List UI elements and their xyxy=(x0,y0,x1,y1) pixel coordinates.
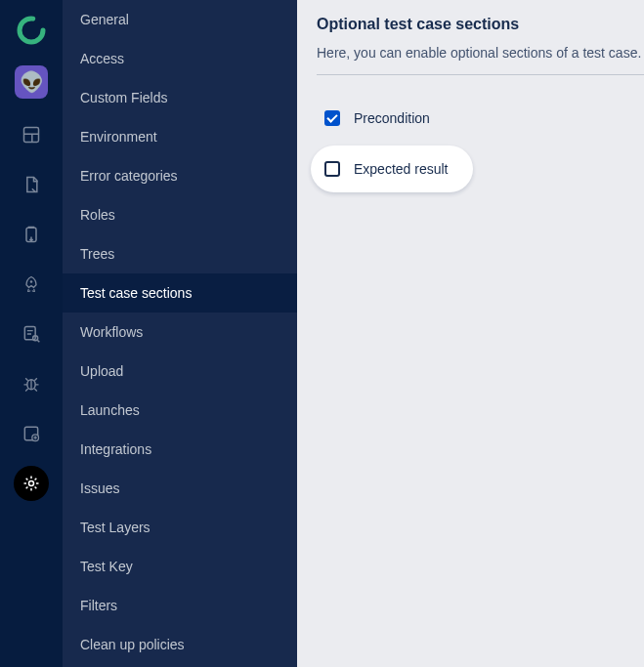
page-description: Here, you can enable optional sections o… xyxy=(317,45,644,61)
nav-launches[interactable]: Launches xyxy=(63,391,297,430)
option-label: Precondition xyxy=(354,110,430,126)
nav-test-case-sections[interactable]: Test case sections xyxy=(63,273,297,313)
nav-filters[interactable]: Filters xyxy=(63,586,297,625)
nav-trees[interactable]: Trees xyxy=(63,234,297,273)
nav-label: Environment xyxy=(80,129,157,145)
nav-workflows[interactable]: Workflows xyxy=(63,313,297,352)
nav-general[interactable]: General xyxy=(63,0,297,39)
settings-sidenav: General Access Custom Fields Environment… xyxy=(63,0,297,667)
nav-integrations[interactable]: Integrations xyxy=(63,430,297,469)
nav-test-key[interactable]: Test Key xyxy=(63,547,297,586)
nav-access[interactable]: Access xyxy=(63,39,297,78)
checkbox-checked-icon[interactable] xyxy=(324,110,340,126)
nav-label: Clean up policies xyxy=(80,637,185,652)
database-icon xyxy=(21,424,41,443)
svg-point-9 xyxy=(29,481,34,486)
rail-bug[interactable] xyxy=(14,366,49,401)
checkbox-unchecked-icon[interactable] xyxy=(324,161,340,177)
document-icon xyxy=(21,175,41,194)
nav-upload[interactable]: Upload xyxy=(63,352,297,391)
divider xyxy=(317,74,644,75)
option-label: Expected result xyxy=(354,161,449,177)
nav-label: Custom Fields xyxy=(80,90,167,105)
nav-label: Roles xyxy=(80,207,115,223)
nav-label: Test Key xyxy=(80,559,133,574)
page-title: Optional test case sections xyxy=(317,16,644,33)
svg-rect-4 xyxy=(24,327,35,340)
nav-label: Upload xyxy=(80,363,123,379)
nav-label: Issues xyxy=(80,480,119,496)
nav-label: Error categories xyxy=(80,168,178,184)
icon-rail: 👽 xyxy=(0,0,63,667)
dashboard-icon xyxy=(21,125,41,145)
brand-logo[interactable] xyxy=(15,14,48,47)
workspace-avatar[interactable]: 👽 xyxy=(15,65,48,99)
bug-icon xyxy=(21,374,41,394)
clipboard-icon xyxy=(21,225,41,244)
nav-roles[interactable]: Roles xyxy=(63,195,297,234)
nav-environment[interactable]: Environment xyxy=(63,117,297,156)
nav-label: Integrations xyxy=(80,441,151,457)
svg-rect-1 xyxy=(24,128,39,143)
option-expected-result[interactable]: Expected result xyxy=(311,146,473,192)
svg-point-0 xyxy=(20,19,43,42)
rail-search-doc[interactable] xyxy=(14,316,49,352)
nav-issues[interactable]: Issues xyxy=(63,469,297,508)
nav-label: Test Layers xyxy=(80,520,150,535)
nav-custom-fields[interactable]: Custom Fields xyxy=(63,78,297,117)
rail-document[interactable] xyxy=(14,167,49,202)
nav-label: Launches xyxy=(80,402,140,418)
nav-error-categories[interactable]: Error categories xyxy=(63,156,297,195)
rail-settings[interactable] xyxy=(14,466,49,501)
option-precondition[interactable]: Precondition xyxy=(311,95,644,142)
gear-icon xyxy=(21,474,41,493)
nav-label: Trees xyxy=(80,246,114,262)
rail-database[interactable] xyxy=(14,416,49,451)
rail-dashboard[interactable] xyxy=(14,117,49,152)
rocket-icon xyxy=(21,274,41,294)
nav-label: Access xyxy=(80,51,124,66)
nav-clean-up-policies[interactable]: Clean up policies xyxy=(63,625,297,664)
main-content: Optional test case sections Here, you ca… xyxy=(297,0,644,667)
rail-clipboard[interactable] xyxy=(14,217,49,252)
nav-test-layers[interactable]: Test Layers xyxy=(63,508,297,547)
rail-rocket[interactable] xyxy=(14,267,49,302)
nav-label: Test case sections xyxy=(80,285,192,301)
nav-label: General xyxy=(80,12,129,27)
svg-point-3 xyxy=(30,280,33,283)
nav-label: Workflows xyxy=(80,324,143,340)
nav-label: Filters xyxy=(80,598,117,613)
search-doc-icon xyxy=(21,324,41,344)
alien-icon: 👽 xyxy=(20,70,44,94)
